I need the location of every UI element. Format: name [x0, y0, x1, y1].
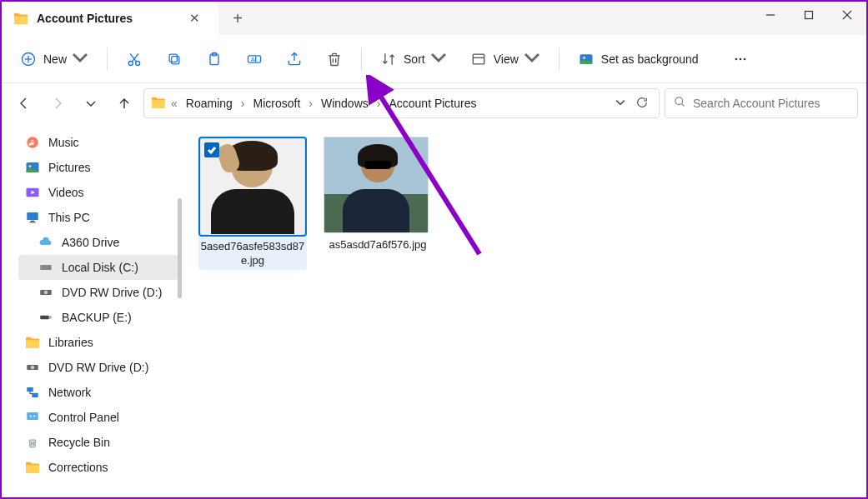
file-name: 5ased76asfe583sd87e.jpg — [200, 240, 305, 268]
thumbnail — [200, 138, 305, 235]
close-window-button[interactable] — [828, 2, 866, 28]
close-tab-button[interactable]: ✕ — [184, 9, 205, 27]
breadcrumb-seg[interactable]: Windows — [318, 95, 372, 112]
sidebar-item[interactable]: Control Panel — [2, 405, 183, 430]
svg-rect-11 — [172, 56, 179, 63]
network-icon — [25, 385, 40, 400]
sidebar-item[interactable]: DVD RW Drive (D:) — [2, 280, 183, 305]
sidebar-item[interactable]: Network — [2, 380, 183, 405]
check-icon[interactable] — [204, 142, 219, 157]
refresh-button[interactable] — [635, 96, 649, 112]
sidebar-item[interactable]: A360 Drive — [2, 230, 183, 255]
control-icon — [25, 410, 40, 425]
dvd-icon — [38, 285, 53, 300]
explorer-tab[interactable]: Account Pictures ✕ — [2, 2, 218, 35]
toolbar: New A Sort View Set as background — [2, 35, 866, 83]
sidebar-item[interactable]: Videos — [2, 180, 183, 205]
tab-title: Account Pictures — [37, 12, 176, 25]
window-controls — [751, 2, 866, 35]
svg-point-30 — [27, 137, 38, 148]
svg-rect-12 — [169, 54, 177, 62]
svg-point-44 — [31, 366, 35, 370]
share-button[interactable] — [276, 42, 313, 76]
recycle-icon — [25, 435, 40, 450]
breadcrumb-seg[interactable]: Roaming — [183, 95, 236, 112]
file-view[interactable]: 5ased76asfe583sd87e.jpg as5asdd7a6f576.j… — [183, 123, 866, 497]
paste-button[interactable] — [196, 42, 233, 76]
file-item[interactable]: as5asdd7a6f576.jpg — [324, 137, 432, 252]
sidebar: MusicPicturesVideosThis PCA360 DriveLoca… — [2, 123, 183, 497]
sidebar-item-label: A360 Drive — [62, 236, 119, 249]
sidebar-item[interactable]: Corrections — [2, 455, 183, 480]
svg-point-40 — [44, 291, 48, 295]
dvd-icon — [25, 360, 40, 375]
music-icon — [25, 135, 40, 150]
back-button[interactable] — [10, 89, 38, 117]
svg-rect-21 — [473, 54, 484, 64]
folder-icon — [151, 96, 166, 112]
new-tab-button[interactable]: + — [218, 2, 257, 35]
sidebar-item-label: Libraries — [48, 336, 93, 349]
more-button[interactable] — [722, 42, 759, 76]
title-bar: Account Pictures ✕ + — [2, 2, 866, 35]
breadcrumb-seg[interactable]: Account Pictures — [385, 95, 479, 112]
minimize-button[interactable] — [751, 2, 790, 28]
sidebar-item-label: Local Disk (C:) — [62, 261, 138, 274]
sidebar-item[interactable]: Recycle Bin — [2, 430, 183, 455]
folder-icon — [13, 12, 28, 25]
folder-icon — [25, 460, 40, 475]
copy-button[interactable] — [156, 42, 193, 76]
scrollbar[interactable] — [178, 198, 182, 298]
sidebar-item[interactable]: Libraries — [2, 330, 183, 355]
svg-rect-35 — [31, 221, 35, 222]
picture-icon — [578, 51, 595, 67]
sidebar-item[interactable]: This PC — [2, 205, 183, 230]
view-button[interactable]: View — [460, 42, 550, 76]
sidebar-item[interactable]: DVD RW Drive (D:) — [2, 355, 183, 380]
svg-point-49 — [33, 415, 35, 417]
rename-button[interactable]: A — [236, 42, 273, 76]
recent-button[interactable] — [77, 89, 105, 117]
svg-point-7 — [128, 61, 133, 65]
maximize-button[interactable] — [790, 2, 828, 28]
breadcrumb[interactable]: « Roaming › Microsoft › Windows › Accoun… — [143, 88, 660, 118]
sidebar-item[interactable]: Music — [2, 130, 183, 155]
videos-icon — [25, 185, 40, 200]
sort-button[interactable]: Sort — [370, 42, 457, 76]
pictures-icon — [25, 160, 40, 175]
svg-point-48 — [30, 415, 32, 417]
chevron-right-icon: › — [307, 97, 314, 110]
cut-button[interactable] — [116, 42, 153, 76]
svg-line-29 — [681, 103, 684, 106]
search-input[interactable] — [693, 97, 849, 110]
forward-button[interactable] — [43, 89, 72, 117]
sidebar-item-label: BACKUP (E:) — [62, 311, 132, 324]
sidebar-item[interactable]: BACKUP (E:) — [2, 305, 183, 330]
sidebar-item-label: Recycle Bin — [48, 436, 110, 449]
breadcrumb-seg[interactable]: Microsoft — [250, 95, 304, 112]
chevron-down-icon — [524, 49, 540, 69]
chevron-right-icon: › — [375, 97, 383, 110]
sidebar-item-label: Pictures — [48, 161, 91, 174]
sidebar-item[interactable]: Pictures — [2, 155, 183, 180]
svg-rect-34 — [27, 212, 38, 220]
new-button[interactable]: New — [10, 42, 98, 76]
sidebar-item-label: Control Panel — [48, 411, 119, 424]
sidebar-item[interactable]: Local Disk (C:) — [18, 255, 178, 280]
delete-button[interactable] — [316, 42, 353, 76]
svg-text:A: A — [251, 55, 255, 62]
svg-rect-41 — [40, 316, 49, 320]
sidebar-item-label: Corrections — [48, 461, 108, 474]
svg-point-32 — [29, 165, 32, 167]
search-box[interactable] — [665, 88, 858, 118]
sidebar-item-label: DVD RW Drive (D:) — [62, 286, 162, 299]
sidebar-item-label: Network — [48, 386, 91, 399]
up-button[interactable] — [110, 89, 138, 117]
search-icon — [674, 96, 686, 112]
path-dropdown-button[interactable] — [615, 97, 625, 110]
sidebar-item-label: DVD RW Drive (D:) — [48, 361, 148, 374]
set-background-button[interactable]: Set as background — [568, 42, 709, 76]
sidebar-item-label: Videos — [48, 186, 84, 199]
file-item[interactable]: 5ased76asfe583sd87e.jpg — [198, 137, 307, 270]
sidebar-item-label: This PC — [48, 211, 90, 224]
